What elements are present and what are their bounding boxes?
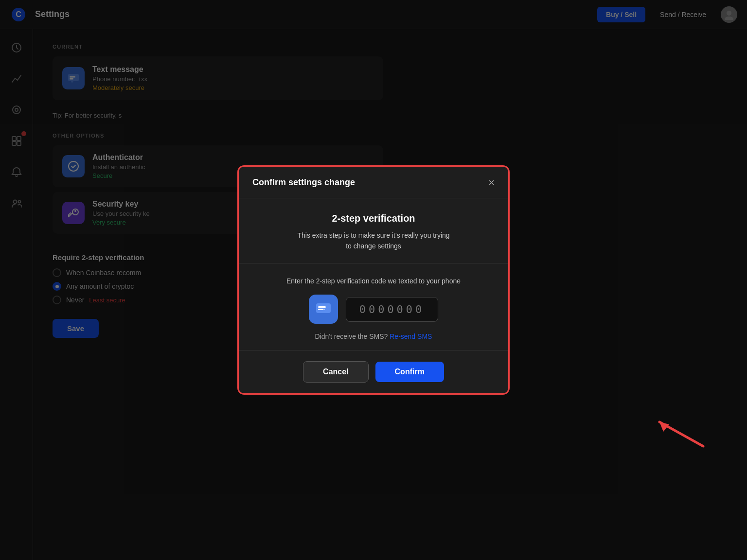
modal-body-top: 2-step verification This extra step is t… bbox=[239, 198, 508, 264]
modal-header: Confirm settings change × bbox=[239, 167, 508, 198]
modal-enter-label: Enter the 2-step verification code we te… bbox=[252, 277, 495, 285]
confirm-button[interactable]: Confirm bbox=[375, 362, 444, 382]
modal-input-row bbox=[252, 295, 495, 324]
svg-rect-18 bbox=[316, 303, 331, 313]
code-input[interactable] bbox=[346, 297, 438, 322]
svg-rect-19 bbox=[318, 306, 326, 308]
modal-body-mid: Enter the 2-step verification code we te… bbox=[239, 263, 508, 350]
modal-footer: Cancel Confirm bbox=[239, 350, 508, 393]
modal-step-desc: This extra step is to make sure it's rea… bbox=[252, 230, 495, 252]
modal-close-button[interactable]: × bbox=[488, 177, 495, 188]
modal-title: Confirm settings change bbox=[252, 177, 355, 188]
modal-overlay: Confirm settings change × 2-step verific… bbox=[0, 0, 747, 560]
sms-icon bbox=[309, 295, 338, 324]
resend-row: Didn't receive the SMS? Re-send SMS bbox=[252, 332, 495, 340]
cancel-button[interactable]: Cancel bbox=[303, 361, 368, 383]
confirm-modal: Confirm settings change × 2-step verific… bbox=[237, 165, 510, 395]
modal-step-title: 2-step verification bbox=[252, 213, 495, 224]
resend-text: Didn't receive the SMS? bbox=[315, 332, 388, 340]
svg-rect-21 bbox=[318, 309, 325, 310]
resend-link[interactable]: Re-send SMS bbox=[390, 332, 432, 340]
